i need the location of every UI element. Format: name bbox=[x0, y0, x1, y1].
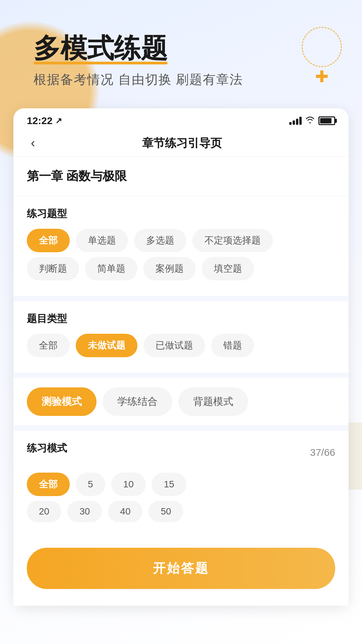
practice-count-option-50[interactable]: 50 bbox=[148, 501, 183, 522]
divider-1 bbox=[13, 296, 349, 301]
practice-count-option-10[interactable]: 10 bbox=[111, 473, 146, 496]
question-type-tags-row1: 全部单选题多选题不定项选择题 bbox=[27, 229, 335, 252]
practice-count-option-20[interactable]: 20 bbox=[27, 501, 61, 522]
status-bar: 12:22 ↗ bbox=[13, 108, 349, 130]
question-type-label: 练习题型 bbox=[27, 207, 335, 221]
question-category-tags-row: 全部未做试题已做试题错题 bbox=[27, 334, 335, 357]
practice-count-option-40[interactable]: 40 bbox=[108, 501, 142, 522]
back-button[interactable]: ‹ bbox=[27, 135, 39, 152]
practice-count-row1: 全部51015 bbox=[27, 473, 335, 496]
practice-count-option-30[interactable]: 30 bbox=[67, 501, 102, 522]
main-title: 多模式练题 bbox=[34, 34, 168, 63]
time-text: 12:22 bbox=[27, 115, 53, 126]
mode-row: 测验模式学练结合背题模式 bbox=[27, 387, 335, 416]
question-type-tag-simple[interactable]: 简单题 bbox=[85, 257, 137, 280]
question-type-section: 练习题型 全部单选题多选题不定项选择题 判断题简单题案例题填空题 bbox=[13, 196, 349, 296]
mode-btn-test[interactable]: 测验模式 bbox=[27, 387, 97, 416]
header-area: 多模式练题 根据备考情况 自由切换 刷题有章法 bbox=[0, 0, 362, 98]
start-button-area: 开始答题 bbox=[13, 538, 349, 606]
question-category-tag-all[interactable]: 全部 bbox=[27, 334, 70, 357]
question-category-label: 题目类型 bbox=[27, 312, 335, 326]
question-category-section: 题目类型 全部未做试题已做试题错题 bbox=[13, 301, 349, 373]
practice-count-option-15[interactable]: 15 bbox=[152, 473, 186, 496]
location-icon: ↗ bbox=[55, 116, 62, 125]
question-category-tag-undone[interactable]: 未做试题 bbox=[76, 334, 137, 357]
mode-btn-recite[interactable]: 背题模式 bbox=[178, 387, 248, 416]
practice-count-option-5[interactable]: 5 bbox=[76, 473, 105, 496]
phone-frame: 12:22 ↗ ‹ 章节练习引导页 bbox=[13, 108, 349, 606]
question-type-tags-row2: 判断题简单题案例题填空题 bbox=[27, 257, 335, 280]
question-type-tag-case[interactable]: 案例题 bbox=[143, 257, 196, 280]
practice-header: 练习模式 37/66 bbox=[27, 441, 335, 463]
mode-section: 测验模式学练结合背题模式 bbox=[13, 378, 349, 425]
question-type-tag-uncertain[interactable]: 不定项选择题 bbox=[192, 229, 273, 252]
nav-title: 章节练习引导页 bbox=[46, 136, 318, 151]
chapter-card: 第一章 函数与极限 bbox=[13, 157, 349, 196]
start-button[interactable]: 开始答题 bbox=[27, 548, 335, 589]
practice-count-row2: 20304050 bbox=[27, 501, 335, 522]
battery-icon bbox=[318, 116, 335, 125]
practice-label: 练习模式 bbox=[27, 441, 67, 455]
divider-3 bbox=[13, 425, 349, 431]
subtitle: 根据备考情况 自由切换 刷题有章法 bbox=[34, 71, 335, 88]
practice-section: 练习模式 37/66 全部51015 20304050 bbox=[13, 431, 349, 538]
practice-count-option-all[interactable]: 全部 bbox=[27, 473, 70, 496]
question-type-tag-all[interactable]: 全部 bbox=[27, 229, 70, 252]
divider-2 bbox=[13, 373, 349, 378]
wifi-icon bbox=[305, 116, 315, 126]
question-type-tag-single[interactable]: 单选题 bbox=[76, 229, 128, 252]
question-type-tag-blank[interactable]: 填空题 bbox=[202, 257, 254, 280]
question-type-tag-multi[interactable]: 多选题 bbox=[134, 229, 186, 252]
chapter-title: 第一章 函数与极限 bbox=[27, 168, 335, 184]
nav-bar: ‹ 章节练习引导页 bbox=[13, 130, 349, 157]
practice-count: 37/66 bbox=[310, 447, 335, 458]
question-category-tag-done[interactable]: 已做试题 bbox=[143, 334, 205, 357]
question-type-tag-judge[interactable]: 判断题 bbox=[27, 257, 79, 280]
status-time: 12:22 ↗ bbox=[27, 115, 62, 126]
status-icons bbox=[289, 116, 335, 126]
mode-btn-study[interactable]: 学练结合 bbox=[103, 387, 172, 416]
signal-icon bbox=[289, 117, 302, 125]
question-category-tag-wrong[interactable]: 错题 bbox=[211, 334, 254, 357]
